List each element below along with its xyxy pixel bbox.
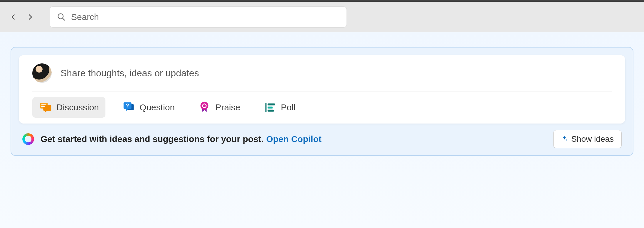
copilot-text: Get started with ideas and suggestions f…: [41, 134, 322, 144]
nav-forward-button[interactable]: [22, 9, 38, 25]
discussion-icon: [39, 101, 52, 114]
svg-rect-4: [41, 104, 46, 105]
composer-container: Share thoughts, ideas or updates Discuss…: [11, 47, 633, 156]
search-box[interactable]: [50, 7, 347, 27]
type-question[interactable]: ? Question: [115, 97, 181, 118]
open-copilot-link[interactable]: Open Copilot: [266, 134, 321, 144]
svg-rect-14: [265, 103, 267, 112]
type-praise[interactable]: Praise: [191, 97, 247, 118]
compose-input[interactable]: Share thoughts, ideas or updates: [60, 68, 612, 79]
chevron-right-icon: [26, 13, 34, 21]
show-ideas-button[interactable]: Show ideas: [553, 130, 622, 148]
svg-point-13: [203, 104, 206, 107]
svg-marker-6: [45, 111, 47, 113]
svg-text:?: ?: [126, 102, 129, 109]
poll-icon: [263, 101, 277, 114]
top-bar: [0, 0, 644, 32]
svg-rect-15: [268, 104, 275, 106]
show-ideas-label: Show ideas: [571, 134, 614, 144]
sparkle-icon: [561, 134, 568, 144]
copilot-row: Get started with ideas and suggestions f…: [19, 124, 625, 149]
chevron-left-icon: [10, 13, 17, 21]
compose-row[interactable]: Share thoughts, ideas or updates: [32, 63, 612, 92]
avatar: [32, 63, 52, 83]
copilot-prompt: Get started with ideas and suggestions f…: [41, 134, 266, 144]
svg-rect-5: [41, 106, 45, 107]
content-area: Share thoughts, ideas or updates Discuss…: [0, 32, 644, 228]
type-label: Discussion: [56, 102, 99, 112]
copilot-icon: [21, 131, 36, 146]
search-icon: [57, 13, 66, 21]
praise-icon: [198, 101, 211, 114]
question-icon: ?: [122, 101, 135, 114]
type-label: Question: [139, 102, 175, 112]
type-label: Praise: [215, 102, 240, 112]
nav-back-button[interactable]: [5, 9, 22, 25]
svg-line-1: [63, 18, 65, 21]
svg-rect-17: [268, 110, 274, 112]
svg-point-0: [58, 14, 63, 19]
svg-rect-16: [268, 107, 273, 109]
search-input[interactable]: [71, 12, 339, 22]
type-poll[interactable]: Poll: [257, 97, 302, 118]
post-type-row: Discussion ? Question: [32, 92, 612, 118]
composer-card: Share thoughts, ideas or updates Discuss…: [19, 55, 625, 124]
type-discussion[interactable]: Discussion: [32, 97, 105, 118]
type-label: Poll: [281, 102, 295, 112]
svg-rect-3: [43, 105, 51, 111]
